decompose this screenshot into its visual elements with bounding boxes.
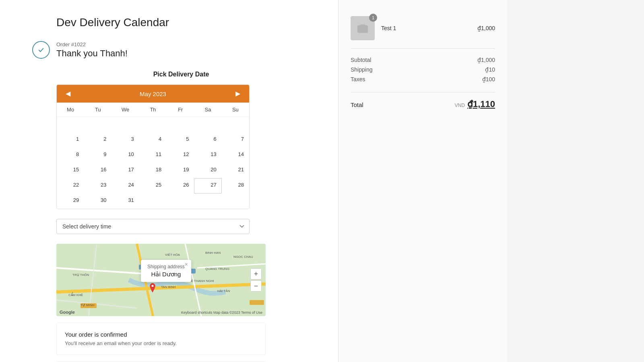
currency-label: VND (455, 103, 465, 108)
shipping-row: Shipping ₫10 (351, 66, 495, 73)
calendar-month: May 2023 (140, 90, 166, 97)
grand-total-right: VND ₫1,110 (455, 99, 495, 109)
calendar-day[interactable]: 25 (139, 178, 167, 193)
svg-text:TỰ MINH: TỰ MINH (80, 303, 95, 307)
calendar-day[interactable]: 3 (112, 132, 139, 148)
subtotal-label: Subtotal (351, 57, 371, 63)
delivery-time-wrapper: Select delivery time 08:00 - 10:00 10:00… (56, 219, 250, 234)
taxes-label: Taxes (351, 76, 365, 82)
calendar-day[interactable]: 11 (139, 148, 167, 163)
check-circle-icon (32, 41, 50, 59)
thank-you-message: Thank you Thanh! (56, 48, 128, 59)
zoom-out-button[interactable]: − (250, 280, 262, 292)
calendar-day[interactable]: 19 (167, 163, 194, 178)
delivery-time-select[interactable]: Select delivery time 08:00 - 10:00 10:00… (56, 219, 250, 234)
calendar-day[interactable]: 26 (167, 178, 194, 193)
taxes-row: Taxes ₫100 (351, 76, 495, 82)
calendar-day[interactable]: 6 (194, 132, 221, 148)
order-item-price: ₫1,000 (477, 25, 495, 31)
calendar-day[interactable]: 28 (222, 178, 249, 193)
order-item-image: 1 (351, 16, 375, 40)
calendar-day[interactable]: 30 (84, 193, 111, 209)
calendar-day[interactable]: 8 (57, 148, 84, 163)
svg-text:BINH HAN: BINH HAN (205, 251, 221, 255)
calendar-day[interactable]: 14 (222, 148, 249, 163)
calendar-day[interactable]: 10 (112, 148, 139, 163)
weekday-we: We (112, 103, 139, 117)
subtotal-row: Subtotal ₫1,000 (351, 57, 495, 63)
calendar-day (194, 193, 221, 209)
calendar-day (222, 117, 249, 132)
calendar-day[interactable]: 21 (222, 163, 249, 178)
calendar-day[interactable]: 12 (167, 148, 194, 163)
svg-text:VIÊT HÒA: VIÊT HÒA (165, 253, 180, 257)
calendar-day[interactable]: 2 (84, 132, 111, 148)
calendar-day (139, 193, 167, 209)
shipping-value: ₫10 (485, 66, 495, 73)
svg-text:TRỤ THÔN: TRỤ THÔN (72, 273, 89, 277)
map-popup: × Shipping address Hải Dương (141, 260, 191, 282)
calendar-grid: Mo Tu We Th Fr Sa Su (57, 103, 249, 209)
order-totals: Subtotal ₫1,000 Shipping ₫10 Taxes ₫100 (351, 57, 495, 93)
map-attribution: Keyboard shortcuts Map data ©2023 Terms … (181, 311, 262, 315)
calendar-day[interactable]: 17 (112, 163, 139, 178)
map-background: VIÊT HÒA BINH HAN NGOC CHAU QUANG TRUNG … (56, 244, 266, 316)
calendar-day[interactable]: 7 (222, 132, 249, 148)
calendar-weekdays: Mo Tu We Th Fr Sa Su (57, 103, 249, 117)
grand-total-amount: ₫1,110 (467, 99, 495, 109)
svg-text:NGOC CHAU: NGOC CHAU (233, 255, 253, 259)
map-wrapper: VIÊT HÒA BINH HAN NGOC CHAU QUANG TRUNG … (56, 244, 266, 316)
calendar-day-selected[interactable]: 27 (194, 178, 221, 193)
order-item: 1 Test 1 ₫1,000 (351, 16, 495, 49)
calendar-day (222, 193, 249, 209)
weekday-tu: Tu (84, 103, 111, 117)
map-popup-close-button[interactable]: × (185, 261, 188, 267)
calendar-day[interactable]: 9 (84, 148, 111, 163)
total-label: Total (351, 101, 363, 108)
svg-point-22 (151, 285, 153, 287)
page-title: Dev Delivery Calendar (56, 16, 306, 29)
calendar-day[interactable]: 16 (84, 163, 111, 178)
weekday-sa: Sa (194, 103, 221, 117)
calendar-day (139, 117, 167, 132)
calendar-day[interactable]: 29 (57, 193, 84, 209)
calendar-day (167, 193, 194, 209)
calendar-header: ◀ May 2023 ▶ (57, 85, 249, 103)
order-confirmed-text: You'll receive an email when your order … (65, 340, 257, 346)
calendar-day[interactable]: 31 (112, 193, 139, 209)
calendar-day (84, 117, 111, 132)
svg-text:QUANG TRUNG: QUANG TRUNG (205, 267, 229, 271)
order-confirmed-box: Your order is confirmed You'll receive a… (56, 323, 266, 355)
map-pin-icon (149, 283, 157, 291)
weekday-su: Su (222, 103, 249, 117)
prev-month-button[interactable]: ◀ (63, 90, 73, 98)
order-confirmed-title: Your order is confirmed (65, 331, 257, 338)
map-popup-title: Shipping address (147, 264, 185, 269)
calendar-day[interactable]: 23 (84, 178, 111, 193)
svg-text:TAN BINH: TAN BINH (161, 285, 176, 289)
calendar-day[interactable]: 1 (57, 132, 84, 148)
calendar-day[interactable]: 22 (57, 178, 84, 193)
calendar-day (194, 117, 221, 132)
calendar-day[interactable]: 18 (139, 163, 167, 178)
right-panel: 1 Test 1 ₫1,000 Subtotal ₫1,000 Shipping… (338, 0, 507, 362)
grand-total-row: Total VND ₫1,110 (351, 99, 495, 109)
order-number: Order #1022 (56, 41, 128, 47)
calendar-day (167, 117, 194, 132)
next-month-button[interactable]: ▶ (233, 90, 243, 98)
svg-text:HÀI TÂN: HÀI TÂN (217, 289, 230, 293)
calendar-day[interactable]: 4 (139, 132, 167, 148)
calendar-day[interactable]: 24 (112, 178, 139, 193)
calendar-day (112, 117, 139, 132)
order-info: Order #1022 Thank you Thanh! (56, 41, 128, 59)
weekday-fr: Fr (167, 103, 194, 117)
weekday-th: Th (139, 103, 167, 117)
calendar-day[interactable]: 5 (167, 132, 194, 148)
calendar-day[interactable]: 13 (194, 148, 221, 163)
calendar-day (57, 117, 84, 132)
calendar-day[interactable]: 15 (57, 163, 84, 178)
svg-text:LÊ THANH NGHI: LÊ THANH NGHI (189, 279, 214, 283)
calendar-day[interactable]: 20 (194, 163, 221, 178)
weekday-mo: Mo (57, 103, 84, 117)
zoom-in-button[interactable]: + (250, 268, 262, 280)
